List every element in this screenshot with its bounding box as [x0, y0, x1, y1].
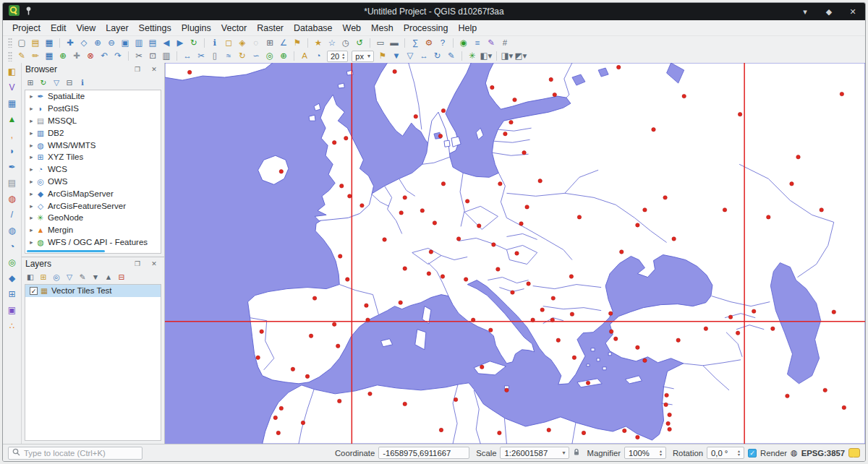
shade-button[interactable]: ▾ [799, 6, 812, 18]
browser-item-spatialite[interactable]: ▸✒SpatiaLite [25, 90, 161, 103]
add-point-cloud-icon[interactable]: ∴ [5, 319, 20, 333]
map-tips-icon[interactable]: ⚑ [291, 37, 304, 49]
chevron-right-icon[interactable]: ▸ [27, 117, 35, 124]
zoom-full-icon[interactable]: ▣ [119, 37, 132, 49]
save-edits-icon[interactable]: ▦ [43, 50, 56, 62]
browser-item-xyz-tiles[interactable]: ▸⊞XYZ Tiles [25, 151, 161, 163]
chevron-right-icon[interactable]: ▸ [27, 93, 35, 100]
undo-icon[interactable]: ↶ [98, 50, 111, 62]
highlight-pinned-labels-icon[interactable]: ⚑ [376, 50, 389, 62]
layout-manager-icon[interactable]: ▬ [388, 37, 401, 49]
add-raster-layer-icon[interactable]: ▦ [5, 97, 20, 111]
toolbar-handle[interactable] [8, 38, 12, 48]
browser-item-geonode[interactable]: ▸✳GeoNode [25, 212, 161, 224]
simplify-feature-icon[interactable]: ∽ [250, 50, 263, 62]
add-group-icon[interactable]: ⊞ [38, 272, 49, 283]
menu-help[interactable]: Help [453, 22, 482, 35]
zoom-to-selection-icon[interactable]: ▥ [132, 37, 145, 49]
map-canvas[interactable] [165, 63, 865, 444]
split-features-icon[interactable]: ✂ [195, 50, 208, 62]
statistics-icon[interactable]: ∑ [409, 37, 422, 49]
browser-properties-icon[interactable]: ℹ [77, 77, 88, 88]
add-postgis-icon[interactable]: ◗ [5, 145, 20, 158]
browser-item-wms-wmts[interactable]: ▸◍WMS/WMTS [25, 139, 161, 151]
layer-diagram-icon[interactable]: ◔ [312, 50, 325, 62]
data-source-manager-icon[interactable]: ◧ [5, 65, 20, 79]
temporal-controller-icon[interactable]: ◷ [339, 37, 352, 49]
chevron-right-icon[interactable]: ▸ [27, 166, 35, 173]
chevron-right-icon[interactable]: ▸ [27, 105, 35, 112]
menu-processing[interactable]: Processing [399, 22, 454, 35]
move-feature-icon[interactable]: ↔ [181, 50, 194, 62]
browser-item-db2[interactable]: ▸▥DB2 [25, 126, 161, 139]
browser-item-ows[interactable]: ▸◎OWS [25, 176, 161, 188]
add-part-icon[interactable]: ⊕ [277, 50, 290, 62]
add-spatialite-icon[interactable]: ✒ [5, 160, 20, 174]
add-feature-icon[interactable]: ⊕ [56, 50, 69, 62]
browser-item-wfs-ogc-api-features[interactable]: ▸◍WFS / OGC API - Features [25, 236, 161, 249]
collapse-all-icon[interactable]: ▲ [103, 272, 114, 283]
chevron-right-icon[interactable]: ▸ [27, 226, 35, 233]
crs-value[interactable]: EPSG:3857 [801, 449, 845, 457]
open-project-icon[interactable]: ▤ [29, 37, 42, 49]
add-wfs-icon[interactable]: ◎ [5, 256, 20, 270]
help-contents-icon[interactable]: ? [436, 37, 449, 49]
filter-by-expression-icon[interactable]: ✎ [77, 272, 88, 283]
current-edits-icon[interactable]: ✎ [15, 50, 28, 62]
annotation-dropdown-icon[interactable]: ◧▾ [480, 50, 493, 62]
reshape-features-icon[interactable]: ≈ [222, 50, 235, 62]
layer-labeling-icon[interactable]: A [298, 50, 311, 62]
menu-vector[interactable]: Vector [216, 22, 252, 35]
python-console-icon[interactable]: ≡ [471, 37, 484, 49]
identify-features-icon[interactable]: ℹ [208, 37, 221, 49]
chevron-right-icon[interactable]: ▸ [27, 202, 35, 210]
rotate-label-icon[interactable]: ↻ [431, 50, 444, 62]
refresh-map-icon[interactable]: ↻ [187, 37, 200, 49]
measure-icon[interactable]: ∠ [277, 37, 290, 49]
change-label-icon[interactable]: ✎ [445, 50, 458, 62]
add-wms-icon[interactable]: ◍ [5, 224, 20, 238]
browser-collapse-icon[interactable]: ⊟ [64, 77, 75, 88]
pin-icon[interactable] [25, 5, 33, 18]
chevron-right-icon[interactable]: ▸ [27, 178, 35, 185]
rotation-spinbox[interactable]: 0,0 °▴▾ [707, 447, 744, 459]
zoom-to-layer-icon[interactable]: ▤ [146, 37, 159, 49]
magnifier-spinbox[interactable]: 100%▴▾ [624, 447, 666, 459]
chevron-right-icon[interactable]: ▸ [27, 153, 35, 160]
chevron-right-icon[interactable]: ▸ [27, 142, 35, 149]
add-mesh-layer-icon[interactable]: ▲ [5, 113, 20, 126]
browser-filter-icon[interactable]: ▽ [51, 77, 62, 88]
label-unit-combobox[interactable]: px ▾ [352, 51, 374, 62]
browser-refresh-icon[interactable]: ↻ [38, 77, 49, 88]
remove-layer-icon[interactable]: ⊟ [116, 272, 127, 283]
new-layout-icon[interactable]: ▭ [374, 37, 387, 49]
save-project-icon[interactable]: ▦ [43, 37, 56, 49]
zoom-out-icon[interactable]: ⊖ [105, 37, 118, 49]
new-bookmark-icon[interactable]: ★ [312, 37, 325, 49]
rotate-feature-icon[interactable]: ↻ [236, 50, 249, 62]
add-virtual-layer-icon[interactable]: / [5, 208, 20, 222]
open-layer-styling-icon[interactable]: ◧ [25, 272, 36, 283]
messages-icon[interactable] [848, 448, 860, 457]
add-vector-layer-icon[interactable]: V [5, 81, 20, 95]
close-button[interactable]: ✕ [846, 6, 859, 18]
spin-arrows-icon[interactable]: ▴▾ [342, 53, 344, 60]
menu-mesh[interactable]: Mesh [366, 22, 399, 35]
add-vector-tile-icon[interactable]: ▣ [5, 304, 20, 317]
delete-selected-icon[interactable]: ⊗ [84, 50, 97, 62]
move-label-icon[interactable]: ↔ [417, 50, 430, 62]
select-by-expression-icon[interactable]: ◈ [236, 37, 249, 49]
vertex-tool-icon[interactable]: ✚ [70, 50, 83, 62]
paste-features-icon[interactable]: ▥ [160, 50, 173, 62]
layer-checkbox[interactable]: ✓ [30, 287, 38, 295]
locate-search-input[interactable]: Type to locate (Ctrl+K) [8, 447, 142, 460]
show-bookmarks-icon[interactable]: ☆ [326, 37, 339, 49]
menu-layer[interactable]: Layer [101, 22, 133, 35]
browser-item-wcs[interactable]: ▸◔WCS [25, 163, 161, 176]
horizontal-scrollbar[interactable] [27, 250, 105, 252]
menu-view[interactable]: View [71, 22, 101, 35]
layer-row[interactable]: ✓▦Vector Tiles Test [25, 285, 161, 297]
chevron-right-icon[interactable]: ▸ [27, 239, 35, 246]
menu-raster[interactable]: Raster [252, 22, 289, 35]
close-panel-icon[interactable]: ✕ [148, 258, 161, 270]
